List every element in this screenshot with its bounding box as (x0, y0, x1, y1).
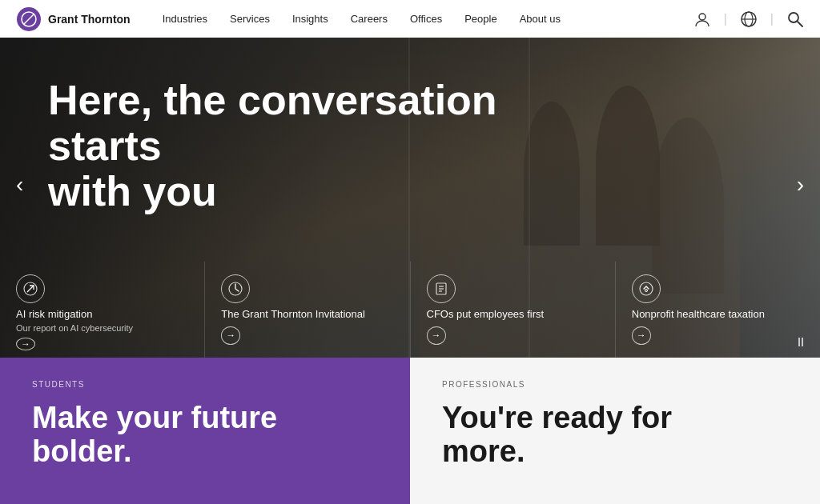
hero-next-button[interactable]: › (789, 164, 812, 206)
professionals-label: PROFESSIONALS (442, 380, 788, 389)
header: Grant Thornton Industries Services Insig… (0, 0, 820, 38)
hero-card-icon-2 (427, 274, 456, 303)
hero-section: Here, the conversation starts with you ‹… (0, 38, 820, 358)
main-nav: Industries Services Insights Careers Off… (163, 13, 693, 25)
account-icon[interactable] (693, 10, 711, 28)
nav-item-about-us[interactable]: About us (520, 13, 561, 25)
professionals-section: PROFESSIONALS You're ready for more. (410, 358, 820, 504)
hero-card-arrow-1: → (221, 326, 240, 345)
hero-card-0[interactable]: AI risk mitigation Our report on AI cybe… (0, 262, 205, 358)
pause-button[interactable]: ⏸ (794, 335, 807, 350)
hero-prev-button[interactable]: ‹ (8, 164, 31, 206)
hero-card-title-2: CFOs put employees first (427, 308, 599, 322)
svg-point-7 (789, 13, 798, 22)
hero-card-arrow-0: → (16, 338, 35, 350)
nav-item-careers[interactable]: Careers (351, 13, 388, 25)
hero-card-icon-1 (221, 274, 250, 303)
hero-card-icon-0 (16, 274, 45, 303)
professionals-title: You're ready for more. (442, 402, 788, 469)
hero-card-3[interactable]: Nonprofit healthcare taxation → (616, 262, 820, 358)
hero-title: Here, the conversation starts with you (48, 78, 609, 215)
nav-item-insights[interactable]: Insights (292, 13, 328, 25)
search-icon[interactable] (786, 10, 804, 28)
svg-point-17 (645, 290, 647, 292)
students-label: STUDENTS (32, 380, 378, 389)
students-section: STUDENTS Make your future bolder. (0, 358, 410, 504)
hero-card-subtitle-0: Our report on AI cybersecurity (16, 323, 188, 333)
hero-card-title-3: Nonprofit healthcare taxation (632, 308, 804, 322)
hero-card-arrow-3: → (632, 326, 651, 345)
logo-link[interactable]: Grant Thornton (16, 6, 131, 32)
nav-item-offices[interactable]: Offices (410, 13, 442, 25)
divider-1: | (724, 12, 727, 26)
svg-line-8 (798, 22, 802, 26)
svg-line-10 (27, 286, 34, 292)
hero-card-2[interactable]: CFOs put employees first → (411, 262, 616, 358)
divider-2: | (770, 12, 774, 26)
bottom-sections: STUDENTS Make your future bolder. PROFES… (0, 358, 820, 504)
students-title: Make your future bolder. (32, 402, 378, 469)
header-actions: | | (693, 10, 804, 28)
hero-cards: AI risk mitigation Our report on AI cybe… (0, 262, 820, 358)
hero-card-title-1: The Grant Thornton Invitational (221, 308, 393, 322)
svg-point-3 (699, 14, 705, 20)
nav-item-services[interactable]: Services (230, 13, 270, 25)
nav-item-industries[interactable]: Industries (163, 13, 207, 25)
hero-card-arrow-2: → (427, 326, 446, 345)
nav-item-people[interactable]: People (464, 13, 496, 25)
logo-text: Grant Thornton (48, 13, 131, 26)
globe-icon[interactable] (740, 10, 758, 28)
logo-icon (16, 6, 42, 32)
hero-card-1[interactable]: The Grant Thornton Invitational → (205, 262, 410, 358)
hero-card-title-0: AI risk mitigation (16, 308, 188, 322)
hero-card-icon-3 (632, 274, 661, 303)
